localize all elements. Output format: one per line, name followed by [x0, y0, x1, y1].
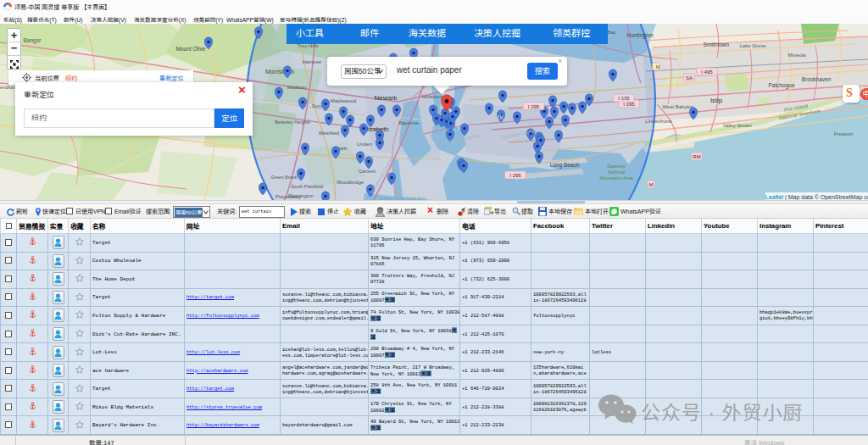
svg-text:Islip: Islip — [710, 97, 723, 104]
svg-text:RM: RM — [693, 154, 700, 159]
svg-text:SA: SA — [686, 75, 693, 81]
svg-text:Bayonne: Bayonne — [398, 120, 419, 125]
svg-text:M: M — [649, 182, 654, 187]
svg-text:Green Brook: Green Brook — [270, 175, 297, 180]
svg-text:Brookhaven: Brookhaven — [802, 76, 832, 82]
svg-text:Linden: Linden — [357, 142, 372, 147]
svg-text:Hanover: Hanover — [303, 59, 322, 64]
svg-text:Gateway: Gateway — [607, 164, 626, 169]
svg-text:Lake Grove: Lake Grove — [739, 43, 766, 48]
svg-text:I 295: I 295 — [528, 104, 540, 109]
svg-text:Lindenhurst: Lindenhurst — [645, 119, 672, 124]
svg-text:Smithtown: Smithtown — [704, 42, 730, 47]
svg-text:I 295: I 295 — [623, 102, 635, 107]
svg-text:N: N — [656, 64, 659, 70]
svg-text:Freeport: Freeport — [834, 131, 854, 136]
svg-text:Hoboken: Hoboken — [422, 94, 442, 99]
svg-text:South Plainfield: South Plainfield — [291, 184, 323, 189]
svg-text:Newark: Newark — [374, 94, 398, 102]
svg-text:Mount Olive: Mount Olive — [176, 46, 206, 52]
svg-text:National: National — [608, 170, 626, 175]
svg-text:Valley Stream: Valley Stream — [723, 123, 752, 128]
svg-text:West Babylon: West Babylon — [663, 104, 694, 109]
svg-text:Long Beach: Long Beach — [550, 162, 580, 169]
svg-text:Patchogue: Patchogue — [768, 82, 794, 89]
svg-text:Huntington: Huntington — [626, 32, 654, 39]
svg-text:Madison: Madison — [287, 85, 307, 90]
svg-text:Woodbridge: Woodbridge — [337, 180, 364, 185]
svg-text:I 495: I 495 — [701, 70, 713, 75]
svg-text:Flemington: Flemington — [288, 193, 314, 198]
svg-text:I 135: I 135 — [618, 96, 630, 101]
svg-text:New York: New York — [471, 113, 504, 121]
svg-text:Mineola: Mineola — [787, 53, 806, 58]
svg-text:Carteret: Carteret — [359, 169, 376, 174]
svg-text:I 295: I 295 — [509, 173, 521, 178]
svg-text:Bangor: Bangor — [24, 37, 42, 44]
svg-text:Maplewood: Maplewood — [331, 98, 357, 103]
svg-text:Recreation Area: Recreation Area — [599, 175, 633, 181]
svg-text:Westfield: Westfield — [319, 131, 340, 136]
svg-text:Berkeley Heights: Berkeley Heights — [275, 120, 310, 125]
